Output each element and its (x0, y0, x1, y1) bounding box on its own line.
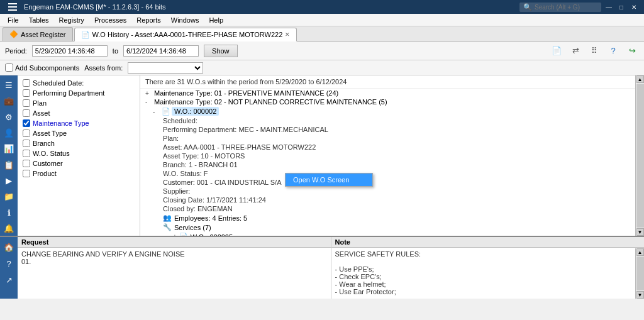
detail-performing-dept: Performing Department: MEC - MAINT.MECHA… (140, 125, 635, 134)
add-subcomponents-label[interactable]: Add Subcomponents (5, 63, 79, 72)
sidebar-info-icon[interactable]: ℹ (1, 205, 16, 219)
tab-bar: 🔶 Asset Register 📄 W.O History - Asset:A… (0, 26, 644, 41)
sidebar-briefcase-icon[interactable]: 💼 (1, 94, 16, 108)
sub-expand-000005[interactable]: + (173, 233, 177, 236)
expand-icon-01[interactable]: + (145, 90, 153, 97)
filter-maintenance-type-checkbox[interactable] (23, 119, 30, 127)
sub-wo-000005[interactable]: + 📄 W.O.: 000005 (140, 232, 635, 236)
wo-expand-icon[interactable]: - (153, 108, 160, 115)
maintenance-type-01-node[interactable]: + Maintenance Type: 01 - PREVENTIVE MAIN… (140, 89, 635, 97)
filter-scheduled-date[interactable]: Scheduled Date: (20, 78, 137, 88)
filter-product-checkbox[interactable] (23, 170, 30, 177)
sidebar-play-icon[interactable]: ▶ (1, 174, 16, 188)
filter-branch[interactable]: Branch (20, 138, 137, 148)
filter-asset-type-checkbox[interactable] (23, 130, 30, 137)
detail-branch: Branch: 1 - BRANCH 01 (140, 160, 635, 169)
sidebar-user-icon[interactable]: 👤 (1, 126, 16, 140)
sidebar-home-icon[interactable]: 🏠 (1, 240, 16, 255)
close-btn[interactable]: ✕ (629, 2, 639, 12)
sidebar-menu-icon[interactable]: ☰ (1, 78, 16, 92)
assets-from-select[interactable] (128, 62, 203, 74)
search-box[interactable]: 🔍 (519, 3, 601, 12)
menu-file[interactable]: File (3, 15, 24, 25)
menu-processes[interactable]: Processes (89, 15, 131, 25)
sidebar-question-icon[interactable]: ? (1, 256, 16, 271)
menu-registry[interactable]: Registry (54, 15, 89, 25)
wo-000002-node[interactable]: - 📄 W.O.: 000002 (140, 106, 635, 116)
scroll-thumb[interactable] (636, 84, 644, 228)
filter-product[interactable]: Product (20, 168, 137, 179)
menu-help[interactable]: Help (204, 15, 228, 25)
context-menu-open-wo[interactable]: Open W.O Screen (286, 174, 372, 186)
filter-asset[interactable]: Asset (20, 108, 137, 118)
detail-closing-date: Closing Date: 1/17/2021 11:41:24 (140, 196, 635, 204)
search-input[interactable] (535, 4, 597, 11)
new-doc-icon[interactable]: 📄 (550, 44, 564, 58)
menu-bar: File Tables Registry Processes Reports W… (0, 14, 644, 26)
detail-closed-by: Closed by: ENGEMAN (140, 204, 635, 213)
maintenance-type-02-node[interactable]: - Maintenance Type: 02 - NOT PLANNED COR… (140, 97, 635, 106)
sidebar-clipboard-icon[interactable]: 📋 (1, 157, 16, 172)
menu-windows[interactable]: Windows (166, 15, 204, 25)
export-icon[interactable]: ↪ (625, 44, 639, 58)
minimize-btn[interactable]: — (604, 2, 614, 12)
employees-line: 👥 Employees: 4 Entries: 5 (140, 213, 635, 223)
expand-icon-02[interactable]: - (145, 99, 153, 106)
employees-icon: 👥 (163, 214, 172, 222)
note-scrollbar[interactable]: ▲ ▼ (635, 248, 644, 299)
options-icon[interactable]: ⠿ (587, 44, 601, 58)
filter-customer-checkbox[interactable] (23, 160, 30, 167)
filter-plan-checkbox[interactable] (23, 99, 30, 107)
note-scroll-thumb[interactable] (636, 257, 644, 290)
filter-wo-status-checkbox[interactable] (23, 150, 30, 157)
filter-performing-dept[interactable]: Performing Department (20, 88, 137, 98)
tab-asset-register[interactable]: 🔶 Asset Register (3, 27, 73, 41)
date-to-input[interactable] (123, 45, 199, 57)
filter-asset-type[interactable]: Asset Type (20, 128, 137, 138)
add-subcomponents-checkbox[interactable] (5, 63, 13, 72)
menu-tables[interactable]: Tables (24, 15, 54, 25)
assets-from-label: Assets from: (84, 64, 123, 72)
note-scroll-down[interactable]: ▼ (636, 291, 644, 299)
maintenance-type-01-label: Maintenance Type: 01 - PREVENTIVE MAINTE… (154, 89, 338, 97)
vertical-scrollbar[interactable]: ▲ ▼ (635, 75, 644, 236)
maximize-btn[interactable]: □ (616, 2, 626, 12)
filter-wo-status[interactable]: W.O. Status (20, 148, 137, 158)
transfer-icon[interactable]: ⇄ (569, 44, 582, 58)
sub-toolbar: Add Subcomponents Assets from: (0, 60, 644, 75)
app-menu-btn[interactable] (5, 0, 20, 14)
filter-branch-checkbox[interactable] (23, 140, 30, 147)
show-button[interactable]: Show (204, 45, 238, 57)
menu-reports[interactable]: Reports (131, 15, 166, 25)
sidebar-bell-icon[interactable]: 🔔 (1, 221, 16, 236)
filter-performing-dept-checkbox[interactable] (23, 89, 30, 97)
help-icon[interactable]: ? (606, 44, 620, 58)
services-icon: 🔧 (163, 223, 172, 231)
tab-wo-history[interactable]: 📄 W.O History - Asset:AAA-0001-THREE-PHA… (74, 28, 297, 41)
filter-plan[interactable]: Plan (20, 98, 137, 108)
filter-scheduled-date-checkbox[interactable] (23, 79, 30, 87)
app-title: Engeman EAM-CMMS [M* - 11.2.6.3] - 64 bi… (24, 3, 166, 11)
wo-000002-label[interactable]: W.O.: 000002 (172, 107, 219, 116)
sidebar-gear-icon[interactable]: ⚙ (1, 110, 16, 124)
date-from-input[interactable] (32, 45, 108, 57)
sidebar-export2-icon[interactable]: ↗ (1, 272, 16, 287)
scroll-up-btn[interactable]: ▲ (636, 75, 644, 83)
detail-plan: Plan: (140, 134, 635, 143)
filter-maintenance-type[interactable]: Maintenance Type (20, 118, 137, 128)
note-scroll-up[interactable]: ▲ (636, 248, 644, 256)
filter-asset-checkbox[interactable] (23, 109, 30, 117)
tree-panel: There are 31 W.O.s within the period fro… (140, 75, 635, 236)
tree-summary: There are 31 W.O.s within the period fro… (140, 75, 635, 89)
bottom-area: 🏠 ? ↗ Request CHANGE BEARING AND VERIFY … (0, 236, 644, 299)
filter-customer[interactable]: Customer (20, 158, 137, 168)
services-line: 🔧 Services (7) (140, 223, 635, 232)
detail-wo-status: W.O. Status: F (140, 169, 635, 178)
scroll-down-btn[interactable]: ▼ (636, 228, 644, 236)
detail-supplier: Supplier: (140, 187, 635, 196)
tab-close-btn[interactable]: ✕ (285, 31, 290, 38)
note-content: SERVICE SAFETY RULES: - Use PPE's; - Che… (331, 248, 645, 297)
sidebar-folder-icon[interactable]: 📁 (1, 189, 16, 204)
sidebar-chart-icon[interactable]: 📊 (1, 141, 16, 156)
request-header: Request (18, 237, 331, 248)
